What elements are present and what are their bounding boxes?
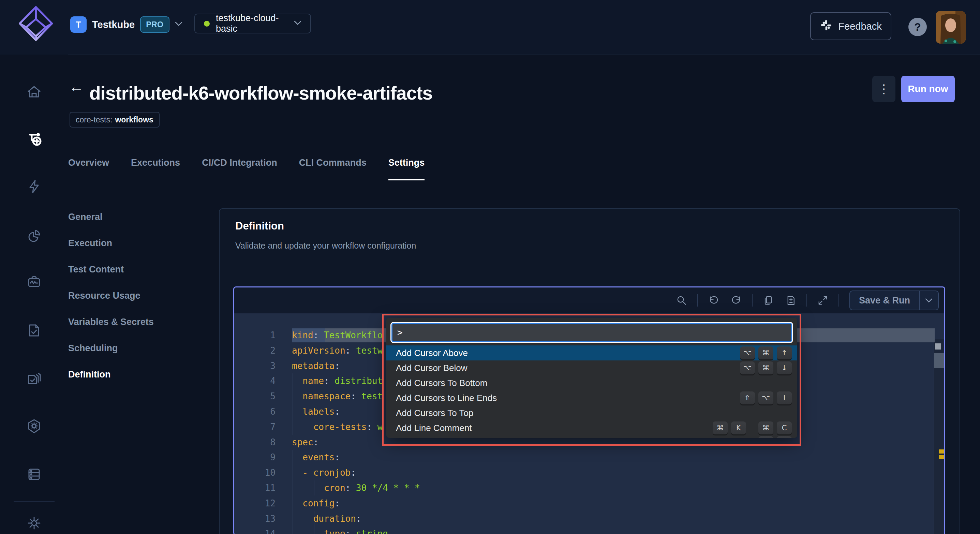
keycap: ⇧: [740, 391, 755, 404]
palette-item-add-cursors-to-line-ends[interactable]: Add Cursors to Line Ends⇧⌥I: [387, 391, 797, 405]
workflow-add-icon[interactable]: [26, 130, 42, 147]
monitor-health-icon[interactable]: [26, 274, 42, 291]
keycap: ⌘: [713, 421, 728, 434]
tab-overview[interactable]: Overview: [68, 157, 109, 180]
settings-nav-test-content[interactable]: Test Content: [68, 256, 205, 283]
documents-stack-icon[interactable]: [26, 370, 42, 387]
palette-item-add-cursor-above[interactable]: Add Cursor Above⌥⌘↑: [387, 345, 797, 361]
keycap: I: [777, 391, 792, 404]
org-avatar: T: [70, 16, 87, 33]
copy-icon[interactable]: [761, 294, 775, 307]
sidebar-divider: [14, 501, 54, 502]
tab-cli-commands[interactable]: CLI Commands: [299, 157, 367, 180]
keycap: C: [777, 421, 792, 434]
paste-diff-icon[interactable]: [784, 294, 797, 307]
line-number: 11: [234, 480, 275, 496]
environment-name: testkube-cloud-basic: [216, 13, 288, 34]
org-switcher[interactable]: T Testkube PRO: [70, 16, 183, 33]
settings-nav-scheduling[interactable]: Scheduling: [68, 335, 205, 361]
palette-item-label: Add Line Comment: [396, 423, 713, 434]
tab-executions[interactable]: Executions: [131, 157, 180, 180]
keycap: ⌥: [758, 391, 773, 404]
keycap: ↓: [777, 361, 792, 374]
tab-ci-cd-integration[interactable]: CI/CD Integration: [202, 157, 277, 180]
code-line-12[interactable]: config:: [292, 496, 935, 511]
keycap: K: [731, 421, 746, 434]
shield-gear-icon[interactable]: [26, 418, 42, 434]
pie-chart-icon[interactable]: [26, 228, 42, 244]
undo-icon[interactable]: [707, 294, 721, 307]
code-line-9[interactable]: events:: [292, 450, 935, 465]
line-number: 2: [234, 343, 275, 358]
warning-marker: [939, 455, 944, 459]
run-now-button[interactable]: Run now: [901, 76, 955, 102]
palette-partial-row: ⌘/: [387, 435, 797, 438]
chevron-down-icon[interactable]: [920, 291, 938, 310]
save-and-run-button[interactable]: Save & Run: [850, 291, 939, 310]
code-line-10[interactable]: - cronjob:: [292, 465, 935, 480]
gear-icon[interactable]: [26, 515, 42, 531]
palette-item-label: Add Cursors to Line Ends: [396, 393, 740, 404]
line-number: 12: [234, 496, 275, 511]
editor-scrollbar[interactable]: [934, 339, 944, 534]
help-button[interactable]: ?: [908, 18, 927, 36]
lightning-icon[interactable]: [26, 178, 42, 195]
slack-icon: [820, 19, 833, 34]
feedback-label: Feedback: [838, 21, 881, 32]
document-check-icon[interactable]: [26, 322, 42, 339]
palette-item-label: Add Cursor Above: [396, 348, 740, 358]
palette-item-add-cursors-to-top[interactable]: Add Cursors To Top: [387, 405, 797, 420]
settings-nav-execution[interactable]: Execution: [68, 230, 205, 256]
settings-nav-general[interactable]: General: [68, 204, 205, 230]
line-number: 4: [234, 373, 275, 389]
environment-selector[interactable]: testkube-cloud-basic: [194, 14, 311, 33]
toolbar-separator: [838, 294, 839, 307]
chevron-down-icon: [175, 21, 183, 28]
feedback-button[interactable]: Feedback: [810, 12, 891, 40]
palette-item-add-cursors-to-bottom[interactable]: Add Cursors To Bottom: [387, 375, 797, 391]
scrollbar-thumb[interactable]: [935, 343, 941, 350]
keycap: ⌘: [758, 346, 773, 359]
sidebar-divider: [14, 307, 54, 307]
user-avatar[interactable]: [935, 11, 966, 44]
page-title: distributed-k6-workflow-smoke-artifacts: [89, 82, 433, 104]
keycap: ⌘: [758, 421, 773, 434]
more-actions-button[interactable]: ⋮: [872, 76, 896, 102]
label-badge: core-tests: workflows: [70, 112, 159, 127]
tab-settings[interactable]: Settings: [388, 157, 425, 180]
settings-nav-variables-secrets[interactable]: Variables & Secrets: [68, 309, 205, 335]
settings-nav-resource-usage[interactable]: Resource Usage: [68, 283, 205, 309]
line-number: 6: [234, 404, 275, 420]
testkube-logo-icon[interactable]: [16, 3, 54, 48]
tab-bar: OverviewExecutionsCI/CD IntegrationCLI C…: [68, 157, 425, 180]
palette-item-add-cursor-below[interactable]: Add Cursor Below⌥⌘↓: [387, 361, 797, 375]
chevron-down-icon: [294, 21, 301, 27]
palette-prompt: >: [397, 327, 403, 338]
line-number: 13: [234, 511, 275, 526]
palette-item-add-line-comment[interactable]: Add Line Comment⌘K⌘C: [387, 420, 797, 435]
keycap: ⌘: [758, 361, 773, 374]
command-palette-input[interactable]: >: [391, 323, 792, 342]
search-icon[interactable]: [675, 294, 689, 307]
toolbar-separator: [752, 294, 752, 307]
toolbar-separator: [697, 294, 698, 307]
org-name: Testkube: [92, 19, 135, 30]
warning-marker: [939, 450, 944, 453]
keycap: ⌥: [740, 361, 755, 374]
home-icon[interactable]: [26, 84, 42, 100]
topbar: T Testkube PRO testkube-cloud-basic Feed…: [0, 0, 980, 55]
redo-icon[interactable]: [729, 294, 743, 307]
back-button[interactable]: ←: [69, 79, 84, 94]
server-icon[interactable]: [26, 466, 42, 483]
code-line-13[interactable]: duration:: [292, 511, 935, 526]
label-value: workflows: [115, 115, 153, 124]
settings-nav: GeneralExecutionTest ContentResource Usa…: [68, 204, 205, 388]
expand-icon[interactable]: [816, 294, 830, 307]
line-number: 10: [234, 465, 275, 480]
line-numbers: 1234567891011121314: [234, 313, 292, 534]
line-number: 9: [234, 450, 275, 465]
settings-nav-definition[interactable]: Definition: [68, 361, 205, 388]
line-number: 14: [234, 526, 275, 534]
code-line-14[interactable]: type: string: [292, 526, 935, 534]
code-line-11[interactable]: cron: 30 */4 * * *: [292, 480, 935, 496]
